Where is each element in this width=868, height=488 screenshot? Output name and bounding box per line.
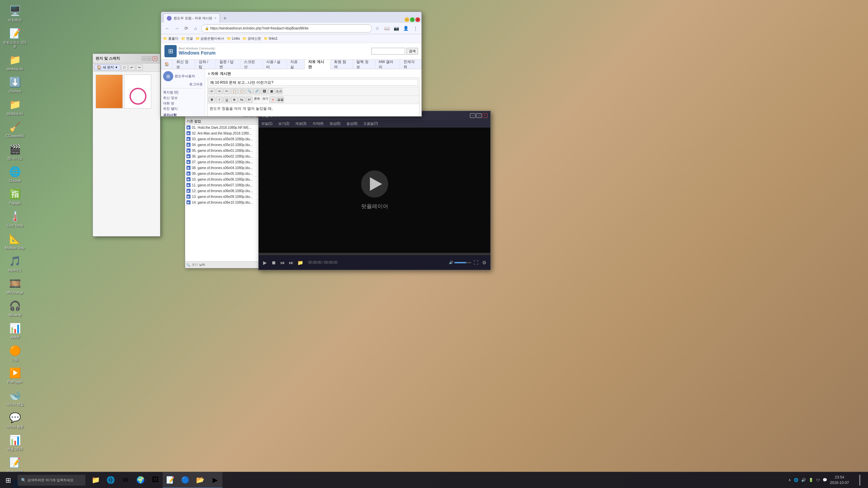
nav-lecture[interactable]: 강좌 / 팁: [195, 60, 216, 69]
taskbar-edge[interactable]: 🌐: [103, 472, 118, 488]
bookmark-links1[interactable]: 📁 links1: [264, 37, 277, 40]
potplayer-close-button[interactable]: ×: [482, 113, 488, 118]
sidebar-item-coretemp[interactable]: 🌡️ Core Temp: [1, 208, 28, 229]
torrent-item-10[interactable]: ▶ 10. game.of.thrones.s06e06.1080p.blu..…: [185, 177, 262, 182]
new-letter-button[interactable]: 🏠 새 편지 ▼: [94, 64, 120, 70]
sidebar-item-chrome[interactable]: 🌐 Chrome: [1, 163, 28, 184]
sidebar-item-bgtk[interactable]: 🖥️ 바탕화면: [1, 3, 28, 24]
taskbar-torrent[interactable]: 📂: [193, 472, 208, 488]
special-btn[interactable]: 소스: [276, 88, 282, 94]
pencil-redo-btn[interactable]: ↪: [136, 64, 143, 70]
pencil-close-button[interactable]: ×: [153, 56, 157, 61]
sidebar-item-papago[interactable]: 🈯 Papago: [1, 186, 28, 207]
nav-refresh-button[interactable]: ⟳: [182, 24, 190, 33]
torrent-item-11[interactable]: ▶ 11. game.of.thrones.s06e07.1080p.blu..…: [185, 182, 262, 188]
torrent-item-1[interactable]: ▶ 01. Hold.the.Dark.2018.1080p.NF.WE...: [185, 125, 262, 130]
sidebar-item-wmw[interactable]: 📊 WMW: [1, 320, 28, 341]
new-tab-button[interactable]: +: [220, 14, 230, 23]
nav-latest[interactable]: 최신 정보: [173, 60, 195, 69]
torrent-item-14[interactable]: ▶ 14. game.of.thrones.s06e10.1080p.blu..…: [185, 200, 262, 205]
font-select-btn[interactable]: 글꼴: [277, 97, 284, 103]
color-btn[interactable]: A: [270, 97, 276, 103]
screenshot-button[interactable]: 📷: [392, 24, 400, 33]
pot-menu-file[interactable]: 파일(1): [259, 120, 275, 127]
sidebar-item-ccleaner[interactable]: 🧹 CCleaner64: [1, 119, 28, 140]
torrent-item-5[interactable]: ▶ 05. game.of.thrones.s06e01.1080p.blu..…: [185, 148, 262, 154]
superscript-btn[interactable]: X²: [246, 97, 253, 103]
strikethrough-btn[interactable]: S: [231, 97, 238, 103]
nav-back-button[interactable]: ←: [163, 24, 171, 33]
potplayer-fullscreen-btn[interactable]: ⛶: [473, 259, 479, 266]
nav-home[interactable]: 🏠: [161, 60, 173, 69]
taskbar-browser[interactable]: 🌍: [133, 472, 148, 488]
nav-home-button[interactable]: ⌂: [192, 24, 200, 33]
pot-menu-view[interactable]: 보기(2): [276, 120, 292, 127]
pot-menu-video[interactable]: 영상(5): [327, 120, 343, 127]
pot-menu-help[interactable]: 도움말(7): [361, 120, 380, 127]
torrent-item-2[interactable]: ▶ 02. Ant-Man.and.the.Wasp.2018.1080...: [185, 130, 262, 136]
nav-free-board[interactable]: 자유 게시판: [305, 60, 331, 69]
potplayer-maximize-button[interactable]: □: [476, 113, 481, 118]
taskbar-pencil[interactable]: 📝: [163, 472, 178, 488]
link-btn[interactable]: 🔗: [253, 88, 260, 94]
volume-bar[interactable]: [454, 262, 471, 263]
underline-btn[interactable]: U: [223, 97, 230, 103]
bookmark-bank[interactable]: 📁 금융은행이써서: [196, 36, 224, 41]
start-button[interactable]: ⊞: [0, 472, 16, 488]
bookmark-economy[interactable]: 📁 경제신문: [242, 36, 261, 41]
sidebar-item-potplayer[interactable]: ▶️ PotPlayer: [1, 365, 28, 386]
sidebar-item-winamp[interactable]: 🎧 Winamp: [1, 298, 28, 319]
winforum-search-button[interactable]: 검색: [407, 48, 418, 55]
thumbnail-2[interactable]: [124, 75, 151, 108]
pencil-minimize-button[interactable]: ─: [142, 56, 146, 61]
thumbnail-1[interactable]: [96, 75, 123, 108]
nav-forward-button[interactable]: →: [173, 24, 181, 33]
nav-gallery[interactable]: HW 갤러리: [375, 60, 400, 69]
potplayer-prev-btn[interactable]: ⏮: [279, 259, 286, 266]
sidebar-item-mathpix[interactable]: 📐 Mathpix Snip: [1, 230, 28, 251]
tab-close-button[interactable]: ×: [214, 16, 216, 20]
italic-btn[interactable]: I: [216, 97, 223, 103]
sidebar-item-3dvideo[interactable]: 🎬 3D 비디오: [1, 141, 28, 162]
taskbar-potplayer[interactable]: ▶: [208, 472, 222, 488]
tray-up-icon[interactable]: ∧: [788, 478, 791, 482]
browser-tab-active[interactable]: 윈도우 포럼 - 자유 게시판 ×: [163, 13, 220, 23]
torrent-item-8[interactable]: ▶ 08. game.of.thrones.s06e04.1080p.blu..…: [185, 165, 262, 171]
sidebar-item-daum[interactable]: 🟠 다음: [1, 342, 28, 363]
editor-title-input[interactable]: [209, 79, 418, 86]
taskbar-file-explorer[interactable]: 📁: [88, 472, 103, 488]
sidebar-link-friends[interactable]: 최친 탤티: [163, 106, 203, 111]
pencil-page-btn[interactable]: □: [121, 64, 128, 70]
pot-menu-subtitle[interactable]: 자막(4): [310, 120, 326, 127]
torrent-item-6[interactable]: ▶ 06. game.of.thrones.s06e02.1080p.blu..…: [185, 154, 262, 159]
bookmark-button[interactable]: ☆: [373, 24, 381, 33]
sidebar-item-utorrent[interactable]: ⬇️ uTorrent: [1, 74, 28, 95]
pot-menu-play[interactable]: 재생(3): [293, 120, 309, 127]
torrent-item-13[interactable]: ▶ 13. game.of.thrones.s06e09.1080p.blu..…: [185, 194, 262, 200]
undo-btn[interactable]: ↩: [209, 88, 215, 94]
sidebar-item-mp3[interactable]: 🎵 mp3태그: [1, 253, 28, 274]
taskbar-photos[interactable]: 🖼: [148, 472, 163, 488]
taskbar-mail[interactable]: ✉: [118, 472, 133, 488]
sidebar-item-whale[interactable]: 🐋 네이버 웨일: [1, 387, 28, 408]
nav-expert[interactable]: 친재각좌: [400, 60, 421, 69]
sidebar-link-inbox[interactable]: 쪽지함 (0): [163, 90, 203, 95]
sidebar-item-desktop2[interactable]: 📁 desktop.ini: [1, 96, 28, 117]
potplayer-open-btn[interactable]: 📁: [297, 259, 303, 266]
sidebar-item-hancom[interactable]: 📝 한컴오피스 2018: [1, 25, 28, 50]
torrent-item-3[interactable]: ▶ 03. game.of.thrones.s05e09.1080p.blu..…: [185, 136, 262, 142]
nav-info[interactable]: 말뚝 정보: [353, 60, 375, 69]
sidebar-item-mkv[interactable]: 🎞️ MKVmerge: [1, 275, 28, 296]
reader-button[interactable]: 📖: [383, 24, 391, 33]
potplayer-settings-btn[interactable]: ⚙: [481, 259, 488, 266]
nav-usage[interactable]: 사용 / 설비: [263, 60, 287, 69]
browser-minimize-button[interactable]: ─: [405, 17, 409, 22]
torrent-item-7[interactable]: ▶ 07. game.of.thrones.s06e03.1080p.blu..…: [185, 159, 262, 165]
torrent-item-9[interactable]: ▶ 09. game.of.thrones.s06e05.1080p.blu..…: [185, 171, 262, 177]
potplayer-progress-bar[interactable]: [259, 253, 490, 255]
sidebar-item-desktopini[interactable]: 📁 desktop.ini: [1, 52, 28, 73]
redo-btn[interactable]: ↪: [216, 88, 223, 94]
taskbar-clock[interactable]: 23:54 2018-10-07: [830, 475, 852, 485]
show-desktop-button[interactable]: [852, 472, 868, 488]
taskbar-chrome[interactable]: 🔵: [178, 472, 193, 488]
